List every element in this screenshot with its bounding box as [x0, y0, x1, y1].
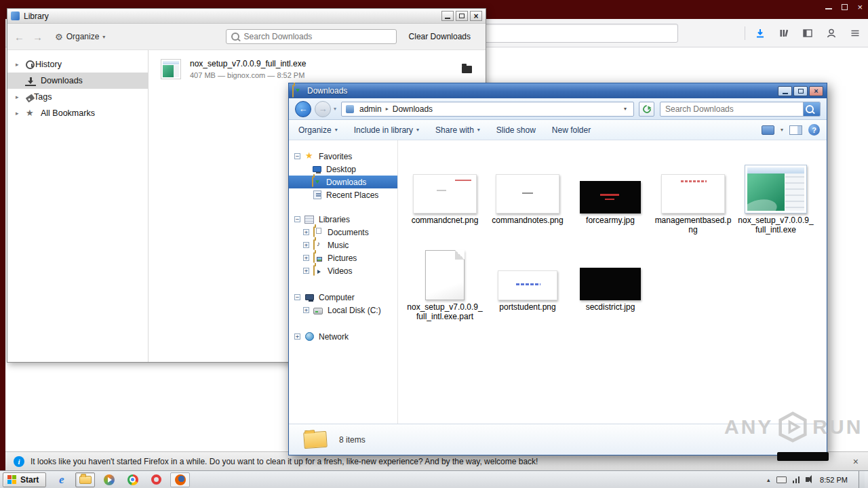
expand-icon[interactable]: +	[303, 268, 309, 274]
taskbar-clock[interactable]: 8:52 PM	[815, 476, 852, 484]
hidden-icons-chevron[interactable]: ▴	[767, 476, 770, 483]
refresh-button[interactable]	[639, 102, 654, 117]
tree-item-favorites[interactable]: − Favorites	[289, 150, 397, 163]
close-button[interactable]: ×	[470, 11, 482, 21]
account-icon[interactable]	[823, 24, 840, 42]
views-dropdown-icon[interactable]: ▾	[781, 127, 783, 133]
tree-item-music[interactable]: + Music	[289, 239, 397, 251]
file-item[interactable]: nox_setup_v7.0.0.9_full_intl.exe	[734, 155, 817, 237]
explorer-titlebar[interactable]: Downloads ×	[289, 83, 827, 98]
help-icon[interactable]: ?	[808, 124, 820, 136]
sidebar-item-history[interactable]: ▸ History	[7, 56, 148, 73]
tree-item-desktop[interactable]: Desktop	[289, 163, 397, 176]
tree-item-network[interactable]: + Network	[289, 330, 397, 343]
address-dropdown-icon[interactable]: ▾	[620, 106, 630, 112]
file-item[interactable]: secdistrict.jpg	[569, 242, 652, 323]
expand-icon[interactable]: +	[303, 307, 309, 313]
address-bar[interactable]: admin ▸ Downloads ▾	[341, 102, 634, 117]
library-search-input[interactable]	[244, 32, 391, 41]
minimize-button[interactable]	[441, 11, 454, 21]
minimize-button[interactable]	[778, 86, 792, 96]
back-button[interactable]: ←	[14, 31, 24, 43]
volume-icon[interactable]	[806, 477, 809, 482]
slide-show-button[interactable]: Slide show	[496, 125, 536, 135]
tree-item-libraries[interactable]: − Libraries	[289, 213, 397, 226]
open-containing-folder-icon[interactable]	[462, 66, 472, 73]
sidebar-icon[interactable]	[799, 24, 816, 42]
file-thumbnail	[486, 242, 569, 300]
folder-icon	[303, 430, 328, 448]
expand-icon[interactable]: +	[303, 242, 309, 248]
start-button[interactable]: Start	[3, 472, 46, 487]
menu-icon[interactable]	[846, 24, 864, 42]
tree-item-videos[interactable]: + Videos	[289, 264, 397, 277]
expand-icon[interactable]: ▸	[16, 110, 25, 117]
sidebar-item-downloads[interactable]: Downloads	[7, 73, 148, 89]
file-item[interactable]: commandcnet.png	[403, 155, 486, 237]
download-item[interactable]: nox_setup_v7.0.0.9_full_intl.exe 407 MB …	[161, 59, 472, 79]
tree-item-downloads[interactable]: Downloads	[289, 176, 397, 188]
sidebar-item-tags[interactable]: ▸ Tags	[7, 89, 148, 105]
share-with-button[interactable]: Share with▾	[435, 125, 480, 135]
keyboard-icon[interactable]	[776, 476, 787, 483]
close-icon[interactable]: ×	[857, 3, 863, 12]
include-in-library-button[interactable]: Include in library▾	[354, 125, 419, 135]
tree-item-computer[interactable]: − Computer	[289, 291, 397, 304]
chrome-icon[interactable]	[123, 472, 142, 487]
file-item[interactable]: nox_setup_v7.0.0.9_full_intl.exe.part	[403, 242, 486, 323]
file-name: forcearmy.jpg	[569, 214, 652, 225]
internet-explorer-icon[interactable]: e	[52, 472, 71, 487]
notification-close-icon[interactable]: ×	[853, 456, 859, 467]
expand-icon[interactable]: ▸	[16, 61, 25, 68]
expand-icon[interactable]: ▸	[16, 94, 25, 100]
breadcrumb-user[interactable]: admin	[357, 104, 384, 114]
tree-item-documents[interactable]: + Documents	[289, 226, 397, 239]
file-item[interactable]: portstudent.png	[486, 242, 569, 323]
file-item[interactable]: forcearmy.jpg	[569, 155, 652, 237]
library-icon[interactable]	[775, 24, 793, 42]
back-button[interactable]: ←	[295, 101, 311, 117]
tree-item-local-disk[interactable]: + Local Disk (C:)	[289, 304, 397, 317]
collapse-icon[interactable]: −	[294, 153, 300, 159]
tree-item-pictures[interactable]: + Pictures	[289, 251, 397, 264]
music-icon	[313, 240, 324, 251]
sidebar-item-all-bookmarks[interactable]: ▸ All Bookmarks	[7, 105, 148, 121]
expand-icon[interactable]: +	[303, 255, 309, 261]
explorer-search-box[interactable]	[660, 102, 821, 117]
forward-button[interactable]: →	[315, 101, 331, 117]
downloads-icon[interactable]	[751, 24, 769, 42]
show-desktop-button[interactable]	[859, 471, 865, 488]
explorer-search-input[interactable]	[660, 104, 803, 114]
maximize-icon[interactable]	[842, 4, 848, 10]
history-dropdown-icon[interactable]: ▾	[334, 106, 336, 112]
tree-item-recent-places[interactable]: Recent Places	[289, 188, 397, 201]
media-player-icon[interactable]	[99, 472, 119, 487]
search-button[interactable]	[803, 102, 820, 116]
notification-button[interactable]	[777, 452, 829, 461]
clear-downloads-button[interactable]: Clear Downloads	[409, 32, 471, 41]
maximize-button[interactable]	[793, 86, 808, 96]
minimize-icon[interactable]	[825, 8, 832, 9]
collapse-icon[interactable]: −	[294, 216, 300, 222]
network-icon[interactable]	[793, 476, 800, 483]
change-view-icon[interactable]	[762, 125, 774, 135]
breadcrumb-folder[interactable]: Downloads	[390, 104, 435, 114]
close-button[interactable]: ×	[809, 86, 823, 96]
library-search-box[interactable]	[226, 29, 397, 44]
organize-button[interactable]: ⚙ Organize ▾	[55, 32, 105, 42]
opera-icon[interactable]	[146, 472, 166, 487]
preview-pane-icon[interactable]	[789, 125, 802, 135]
file-item[interactable]: commandnotes.png	[486, 155, 569, 237]
organize-button[interactable]: Organize▾	[298, 125, 338, 135]
new-folder-button[interactable]: New folder	[552, 125, 591, 135]
collapse-icon[interactable]: −	[294, 294, 300, 300]
file-item[interactable]: managementbased.png	[652, 155, 734, 237]
star-icon	[25, 108, 36, 119]
forward-button[interactable]: →	[33, 31, 43, 43]
firefox-icon[interactable]	[170, 472, 190, 487]
library-titlebar[interactable]: Library ×	[7, 9, 486, 24]
expand-icon[interactable]: +	[303, 229, 309, 235]
expand-icon[interactable]: +	[294, 333, 300, 340]
file-explorer-icon[interactable]	[75, 472, 95, 487]
restore-button[interactable]	[456, 11, 468, 21]
